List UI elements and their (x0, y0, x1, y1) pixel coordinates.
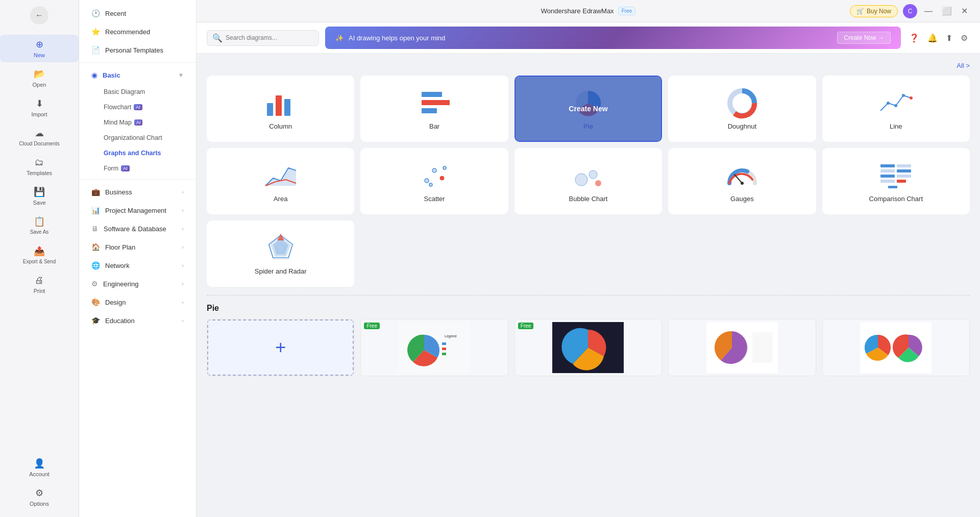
mind-map-label: Mind Map (104, 119, 132, 126)
title-bar-actions: 🛒 Buy Now C — ⬜ ✕ (850, 4, 970, 18)
notification-icon[interactable]: 🔔 (925, 31, 940, 45)
buy-now-button[interactable]: 🛒 Buy Now (850, 5, 898, 17)
sidebar-mind-map[interactable]: Mind Map AI (83, 115, 192, 130)
sidebar-education[interactable]: 🎓 Education › (83, 312, 192, 329)
template-3[interactable] (668, 319, 816, 376)
chart-gauges[interactable]: Gauges (668, 148, 816, 214)
chart-area[interactable]: Area (207, 148, 354, 214)
minimize-button[interactable]: — (922, 5, 935, 18)
basic-label: Basic (103, 71, 120, 79)
chart-bubble[interactable]: Bubble Chart (514, 148, 662, 214)
design-chevron: › (182, 299, 184, 305)
flowchart-ai-badge: AI (134, 104, 142, 110)
svg-point-12 (910, 96, 913, 100)
template-4[interactable] (822, 319, 970, 376)
svg-point-14 (432, 168, 436, 173)
back-button[interactable]: ← (30, 6, 48, 24)
recent-label: Recent (105, 10, 126, 17)
spider-chart-icon (263, 233, 299, 263)
sidebar-item-new[interactable]: ⊕ New (0, 35, 79, 62)
chart-column[interactable]: Column (207, 76, 354, 142)
sidebar-item-account[interactable]: 👤 Account (0, 454, 79, 481)
personal-templates-icon: 📄 (91, 46, 100, 54)
chart-grid-2: Area Scatter (207, 148, 970, 214)
sidebar-item-save[interactable]: 💾 Save (0, 182, 79, 210)
sidebar-software-db[interactable]: 🖥 Software & Database › (83, 220, 192, 237)
chart-bar[interactable]: Bar (360, 76, 508, 142)
create-new-overlay[interactable]: Create New (516, 77, 661, 141)
sidebar-item-export[interactable]: 📤 Export & Send (0, 241, 79, 269)
sidebar-design[interactable]: 🎨 Design › (83, 293, 192, 311)
export-icon: 📤 (34, 245, 45, 257)
sidebar-project-mgmt[interactable]: 📊 Project Management › (83, 202, 192, 219)
sidebar-item-import[interactable]: ⬇ Import (0, 94, 79, 121)
user-avatar[interactable]: C (903, 4, 917, 18)
spider-label: Spider and Radar (255, 267, 307, 275)
sidebar-item-open[interactable]: 📂 Open (0, 64, 79, 92)
template-4-thumb (823, 319, 969, 376)
close-button[interactable]: ✕ (959, 4, 970, 18)
search-input[interactable] (226, 34, 313, 41)
add-new-template[interactable]: + (207, 319, 354, 376)
sidebar-basic[interactable]: ◉ Basic ▼ (83, 66, 192, 84)
template-1[interactable]: Legend Free (360, 319, 508, 376)
sidebar-graphs-charts[interactable]: Graphs and Charts (83, 146, 192, 160)
sidebar-print-label: Print (34, 288, 45, 294)
maximize-button[interactable]: ⬜ (940, 4, 954, 18)
svg-rect-2 (284, 99, 290, 116)
chart-line[interactable]: Line (822, 76, 970, 142)
project-mgmt-icon: 📊 (91, 206, 100, 214)
sidebar-form[interactable]: Form AI (83, 161, 192, 176)
sidebar-item-cloud[interactable]: ☁ Cloud Documents (0, 124, 79, 151)
new-icon: ⊕ (36, 39, 43, 50)
free-badge: Free (618, 7, 636, 15)
sidebar-recent[interactable]: 🕐 Recent (83, 5, 192, 22)
template-1-thumb: Legend (361, 319, 507, 376)
plus-icon: + (275, 337, 286, 358)
chart-spider[interactable]: Spider and Radar (207, 220, 354, 287)
form-label: Form (104, 165, 118, 172)
sidebar-personal-templates[interactable]: 📄 Personal Templates (83, 41, 192, 59)
share-icon[interactable]: ⬆ (944, 31, 954, 45)
sidebar-recommended[interactable]: ⭐ Recommended (83, 23, 192, 40)
help-icon[interactable]: ❓ (907, 31, 921, 45)
create-now-button[interactable]: Create Now → (837, 32, 891, 44)
templates-title: Pie (207, 304, 970, 313)
sidebar-item-save-as[interactable]: 📋 Save As (0, 212, 79, 239)
chart-scatter[interactable]: Scatter (360, 148, 508, 214)
sidebar-org-chart[interactable]: Organizational Chart (83, 131, 192, 145)
design-icon: 🎨 (91, 298, 100, 306)
svg-rect-1 (276, 95, 282, 116)
sidebar-wide: 🕐 Recent ⭐ Recommended 📄 Personal Templa… (79, 0, 197, 517)
toolbar-right: ❓ 🔔 ⬆ ⚙ (907, 31, 970, 45)
chart-comparison[interactable]: Comparison Chart (822, 148, 970, 214)
ai-banner[interactable]: ✨ AI drawing helps open your mind Create… (325, 27, 901, 49)
scatter-chart-icon (416, 160, 452, 191)
org-chart-label: Organizational Chart (104, 134, 162, 141)
save-as-icon: 📋 (34, 216, 45, 227)
svg-point-10 (894, 104, 897, 107)
flowchart-label: Flowchart (104, 104, 131, 111)
sidebar-engineering[interactable]: ⚙ Engineering › (83, 275, 192, 292)
chart-pie[interactable]: Create New Pie (514, 76, 662, 142)
svg-point-9 (887, 102, 890, 105)
svg-rect-31 (888, 186, 897, 188)
column-label: Column (269, 122, 292, 130)
sidebar-item-options[interactable]: ⚙ Options (0, 483, 79, 511)
settings-icon[interactable]: ⚙ (959, 31, 970, 45)
sidebar-item-print[interactable]: 🖨 Print (0, 271, 79, 298)
sidebar-network[interactable]: 🌐 Network › (83, 257, 192, 274)
sidebar-item-templates[interactable]: 🗂 Templates (0, 153, 79, 180)
bar-label: Bar (429, 122, 439, 130)
sidebar-basic-diagram[interactable]: Basic Diagram (83, 85, 192, 99)
title-bar: Wondershare EdrawMax Free 🛒 Buy Now C — … (197, 0, 980, 22)
sidebar-business[interactable]: 💼 Business › (83, 183, 192, 201)
templates-icon: 🗂 (35, 157, 44, 168)
all-link[interactable]: All > (957, 62, 970, 69)
sidebar-flowchart[interactable]: Flowchart AI (83, 100, 192, 114)
template-2[interactable]: Free (514, 319, 662, 376)
svg-rect-28 (897, 169, 911, 173)
chart-doughnut[interactable]: Doughnut (668, 76, 816, 142)
toolbar: 🔍 ✨ AI drawing helps open your mind Crea… (197, 22, 980, 54)
sidebar-floor-plan[interactable]: 🏠 Floor Plan › (83, 238, 192, 256)
